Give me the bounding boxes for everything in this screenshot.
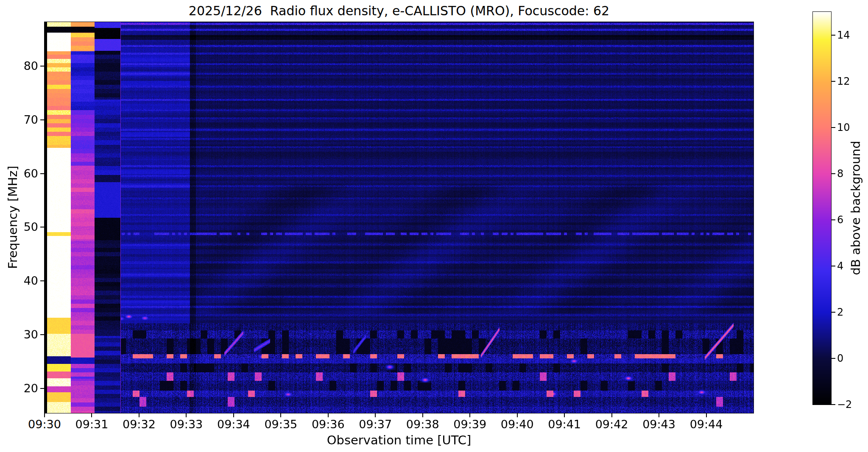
figure-page: 2025/12/26 Radio flux density, e-CALLIST… [0, 0, 868, 452]
x-tick-mark [91, 413, 92, 417]
colorbar-tick-mark [832, 312, 835, 313]
colorbar-tick-label: 12 [837, 76, 867, 87]
x-tick-label: 09:32 [116, 419, 162, 430]
x-tick-mark [469, 413, 470, 417]
y-tick-label: 30 [13, 329, 38, 341]
x-tick-label: 09:42 [589, 419, 635, 430]
spectrogram-canvas [45, 22, 754, 413]
x-tick-mark [328, 413, 329, 417]
y-axis-label: Frequency [MHz] [6, 166, 20, 269]
colorbar-tick-mark [832, 127, 835, 128]
y-tick-mark [40, 119, 44, 120]
x-tick-mark [517, 413, 518, 417]
chart-title: 2025/12/26 Radio flux density, e-CALLIST… [45, 3, 754, 18]
x-tick-label: 09:41 [541, 419, 588, 430]
colorbar-label: dB above background [848, 141, 863, 275]
x-tick-mark [611, 413, 612, 417]
colorbar-tick-mark [832, 219, 835, 220]
x-tick-label: 09:31 [68, 419, 115, 430]
x-tick-label: 09:40 [494, 419, 541, 430]
x-tick-label: 09:38 [399, 419, 446, 430]
colorbar-tick-label: 14 [837, 30, 867, 41]
y-tick-mark [40, 227, 44, 227]
x-tick-mark [280, 413, 281, 417]
x-tick-label: 09:37 [352, 419, 399, 430]
x-tick-mark [706, 413, 707, 417]
colorbar-tick-mark [832, 358, 835, 359]
x-tick-label: 09:34 [210, 419, 257, 430]
y-tick-label: 80 [13, 60, 38, 72]
x-tick-mark [659, 413, 659, 417]
y-tick-label: 40 [13, 275, 38, 287]
x-tick-label: 09:30 [21, 419, 68, 430]
colorbar-tick-mark [832, 35, 835, 36]
x-tick-label: 09:36 [305, 419, 352, 430]
y-tick-mark [40, 334, 44, 335]
colorbar-tick-label: −2 [837, 399, 867, 410]
colorbar [813, 12, 831, 405]
x-tick-label: 09:33 [163, 419, 209, 430]
colorbar-tick-mark [832, 173, 835, 174]
colorbar-tick-mark [832, 266, 835, 266]
y-tick-mark [40, 66, 44, 67]
x-tick-mark [139, 413, 140, 417]
x-axis-label: Observation time [UTC] [45, 433, 754, 447]
y-tick-mark [40, 173, 44, 174]
x-tick-mark [44, 413, 45, 417]
colorbar-tick-label: 0 [837, 353, 867, 364]
colorbar-tick-mark [832, 81, 835, 82]
x-tick-label: 09:39 [447, 419, 493, 430]
x-tick-mark [233, 413, 234, 417]
colorbar-tick-label: 2 [837, 307, 867, 318]
y-tick-mark [40, 280, 44, 281]
x-tick-mark [422, 413, 423, 417]
x-tick-mark [375, 413, 376, 417]
x-tick-label: 09:44 [683, 419, 730, 430]
x-tick-label: 09:35 [257, 419, 304, 430]
x-tick-mark [564, 413, 565, 417]
y-tick-label: 70 [13, 114, 38, 126]
colorbar-tick-label: 10 [837, 122, 867, 133]
x-tick-mark [186, 413, 187, 417]
y-tick-mark [40, 388, 44, 389]
y-tick-label: 20 [13, 383, 38, 394]
colorbar-tick-mark [832, 404, 835, 405]
x-tick-label: 09:43 [636, 419, 682, 430]
